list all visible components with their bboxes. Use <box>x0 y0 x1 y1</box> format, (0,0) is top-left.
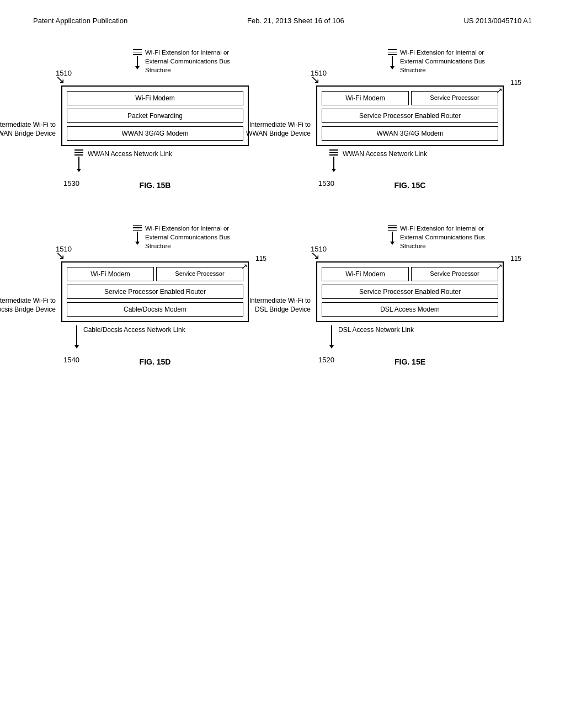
fig15b-left-label: Intermediate Wi-Fi to WWAN Bridge Device <box>0 120 56 139</box>
fig15d-left-label: Intermediate Wi-Fi to Docsis Bridge Devi… <box>0 296 56 315</box>
fig15c-router: Service Processor Enabled Router <box>322 109 498 123</box>
fig15d-cable-modem: Cable/Docsis Modem <box>67 302 243 317</box>
header-left: Patent Application Publication <box>33 17 127 25</box>
fig15d-ref1540: 1540 <box>63 356 79 364</box>
fig15e-left-label: Intermediate Wi-Fi to DSL Bridge Device <box>239 296 311 315</box>
fig15c-link-label: WWAN Access Network Link <box>343 149 427 159</box>
page-header: Patent Application Publication Feb. 21, … <box>33 17 532 25</box>
fig15b-wifi-label: Wi-Fi Extension for Internal or External… <box>145 48 249 74</box>
fig15d-section: 1510 ↘ Wi-Fi Extension for Internal or E… <box>33 223 277 366</box>
fig15d-bottom-arrow: Cable/Docsis Access Network Link <box>61 325 249 349</box>
fig15b-row-router: Packet Forwarding <box>67 109 243 123</box>
fig15d-row-router: Service Processor Enabled Router <box>67 285 243 299</box>
fig15e-sp-label: Service Processor <box>411 267 498 281</box>
fig15e-wifi-bus: Wi-Fi Extension for Internal or External… <box>388 224 504 250</box>
fig15e-ref115: 115 <box>510 255 521 263</box>
fig15e-row-wifi: Wi-Fi Modem Service Processor <box>322 267 498 281</box>
fig15e-row-dsl: DSL Access Modem <box>322 302 498 317</box>
fig15d-router: Service Processor Enabled Router <box>67 285 243 299</box>
fig15c-row-wifi: Wi-Fi Modem Service Processor <box>322 91 498 105</box>
fig15b-row-wifi: Wi-Fi Modem <box>67 91 243 105</box>
fig15c-arrow-diag: ↘ <box>311 77 320 82</box>
fig15d-wifi-label: Wi-Fi Extension for Internal or External… <box>145 224 249 250</box>
fig15d-ref115: 115 <box>255 255 266 263</box>
fig15d-boxes: 115 ↗ Wi-Fi Modem Service Processor Serv… <box>61 261 249 322</box>
fig15c-row-wwan: WWAN 3G/4G Modem <box>322 126 498 141</box>
fig15b-arrow-diag: ↘ <box>56 77 65 82</box>
header-middle: Feb. 21, 2013 Sheet 16 of 106 <box>247 17 344 25</box>
fig15e-dsl-modem: DSL Access Modem <box>322 302 498 317</box>
fig15c-bottom-arrow: WWAN Access Network Link <box>316 149 504 172</box>
fig15d-row-wifi: Wi-Fi Modem Service Processor <box>67 267 243 281</box>
fig15b-wifi-bus: Wi-Fi Extension for Internal or External… <box>133 48 249 74</box>
fig15d-wifi-row-inner: Wi-Fi Modem Service Processor <box>67 267 243 281</box>
fig15b-bottom-arrow: WWAN Access Network Link <box>61 149 249 172</box>
fig15e-router: Service Processor Enabled Router <box>322 285 498 299</box>
fig15b-diagram: 1510 ↘ Wi-Fi Extension for Internal or E… <box>61 85 249 172</box>
fig15b-row-wwan: WWAN 3G/4G Modem <box>67 126 243 141</box>
fig15e-bottom-arrow: DSL Access Network Link <box>316 325 504 349</box>
fig15b-section: 1510 ↘ Wi-Fi Extension for Internal or E… <box>33 47 277 190</box>
fig15c-wifi-bus: Wi-Fi Extension for Internal or External… <box>388 48 504 74</box>
fig15e-wifi-row-inner: Wi-Fi Modem Service Processor <box>322 267 498 281</box>
fig15e-ref1520: 1520 <box>318 356 334 364</box>
fig15e-corner-arrow: ↗ <box>496 263 503 270</box>
fig15d-link-label: Cable/Docsis Access Network Link <box>83 325 185 335</box>
fig15d-wifi-bus: Wi-Fi Extension for Internal or External… <box>133 224 249 250</box>
fig15c-ref1530: 1530 <box>318 179 334 188</box>
fig15b-wwan-modem: WWAN 3G/4G Modem <box>67 126 243 141</box>
fig15c-corner-arrow: ↗ <box>496 87 503 94</box>
page: Patent Application Publication Feb. 21, … <box>0 0 565 383</box>
fig15e-wifi-modem: Wi-Fi Modem <box>322 267 409 281</box>
fig15c-wifi-row-inner: Wi-Fi Modem Service Processor <box>322 91 498 105</box>
fig15d-corner-arrow: ↗ <box>241 263 248 270</box>
fig15e-wifi-label: Wi-Fi Extension for Internal or External… <box>400 224 504 250</box>
fig15e-label: FIG. 15E <box>395 357 425 366</box>
fig15d-sp-label: Service Processor <box>156 267 243 281</box>
fig15d-row-cable: Cable/Docsis Modem <box>67 302 243 317</box>
fig15d-label: FIG. 15D <box>140 357 171 366</box>
fig15d-arrow-diag: ↘ <box>56 253 65 258</box>
fig15c-boxes: 115 ↗ Wi-Fi Modem Service Processor Serv… <box>316 85 504 146</box>
fig15b-router: Packet Forwarding <box>67 109 243 123</box>
fig15c-ref115: 115 <box>510 79 521 87</box>
fig15c-wifi-modem: Wi-Fi Modem <box>322 91 409 105</box>
fig15c-left-label: Intermediate Wi-Fi to WWAN Bridge Device <box>239 120 311 139</box>
fig15c-diagram: 1510 ↘ Wi-Fi Extension for Internal or E… <box>316 85 504 172</box>
fig15b-wifi-modem: Wi-Fi Modem <box>67 91 243 105</box>
fig15c-sp-label: Service Processor <box>411 91 498 105</box>
fig15e-diagram: 1510 ↘ Wi-Fi Extension for Internal or E… <box>316 261 504 349</box>
fig15c-section: 1510 ↘ Wi-Fi Extension for Internal or E… <box>288 47 532 190</box>
fig15c-row-router: Service Processor Enabled Router <box>322 109 498 123</box>
fig15e-row-router: Service Processor Enabled Router <box>322 285 498 299</box>
fig15b-ref1530: 1530 <box>63 179 79 188</box>
fig15b-boxes: Wi-Fi Modem Packet Forwarding WWAN 3G/4G… <box>61 85 249 146</box>
header-right: US 2013/0045710 A1 <box>463 17 532 25</box>
fig15c-wwan-modem: WWAN 3G/4G Modem <box>322 126 498 141</box>
fig15d-diagram: 1510 ↘ Wi-Fi Extension for Internal or E… <box>61 261 249 349</box>
diagrams-grid: 1510 ↘ Wi-Fi Extension for Internal or E… <box>33 47 532 366</box>
fig15e-section: 1510 ↘ Wi-Fi Extension for Internal or E… <box>288 223 532 366</box>
fig15b-label: FIG. 15B <box>140 181 171 190</box>
fig15c-label: FIG. 15C <box>395 181 426 190</box>
fig15b-link-label: WWAN Access Network Link <box>88 149 172 159</box>
fig15d-wifi-modem: Wi-Fi Modem <box>67 267 154 281</box>
fig15e-link-label: DSL Access Network Link <box>338 325 414 335</box>
fig15c-wifi-label: Wi-Fi Extension for Internal or External… <box>400 48 504 74</box>
fig15e-boxes: 115 ↗ Wi-Fi Modem Service Processor Serv… <box>316 261 504 322</box>
fig15e-arrow-diag: ↘ <box>311 253 320 258</box>
